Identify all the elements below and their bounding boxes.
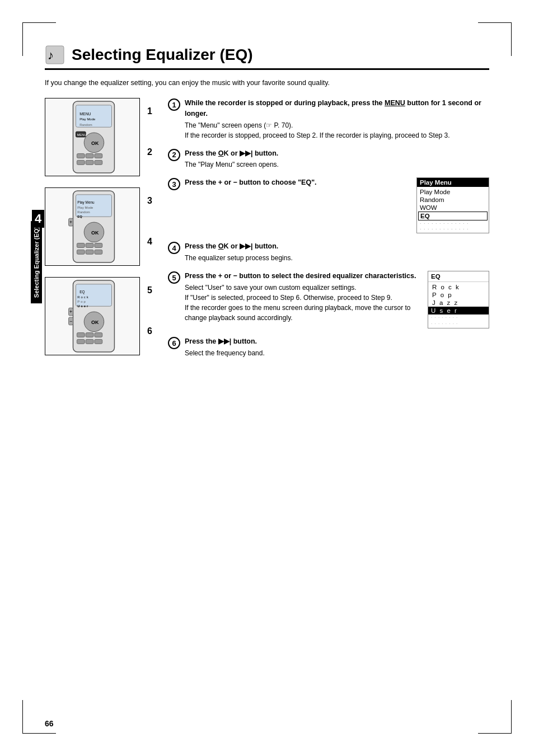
title-section: ♪ Selecting Equalizer (EQ) (45, 45, 489, 70)
main-content: ♪ Selecting Equalizer (EQ) If you change… (45, 45, 489, 711)
step-5-inline-content: Press the + or − button to select the de… (185, 271, 416, 323)
svg-text:Rock: Rock (77, 295, 89, 299)
device-image-1: MENU Play Mode Random OK (45, 98, 140, 176)
step-num-3: 3 (147, 196, 152, 206)
step-6-content: Press the ▶▶| button. Select the frequen… (185, 336, 489, 358)
step-3-title: Press the + or − button to choose "EQ". (185, 177, 405, 188)
svg-rect-10 (77, 160, 85, 165)
content-area: MENU Play Mode Random OK (45, 98, 489, 366)
step-4-desc: The equalizer setup process begins. (185, 253, 489, 263)
play-menu-dots: · · · · · · · · · · · · · (420, 220, 486, 226)
chapter-tab-text: Selecting Equalizer (EQ) (33, 227, 40, 298)
step-2-content: Press the OK or ▶▶| button. The "Play Me… (185, 148, 489, 170)
svg-text:EQ: EQ (77, 215, 82, 218)
svg-text:MENU: MENU (79, 112, 91, 116)
svg-text:User: User (77, 304, 89, 308)
play-menu-item-wow: WOW (420, 204, 486, 212)
step-num-2: 2 (147, 147, 152, 157)
svg-text:OK: OK (91, 230, 99, 236)
step-6-title: Press the ▶▶| button. (185, 336, 489, 347)
chapter-number: 4 (32, 210, 44, 228)
step-5-title: Press the + or − button to select the de… (185, 271, 416, 281)
step-1: 1 While the recorder is stopped or durin… (168, 98, 489, 140)
eq-box-items: R o c k P o p J a z z U s e r · · · · · … (428, 282, 489, 328)
svg-rect-32 (95, 250, 102, 254)
step-6-desc: Select the frequency band. (185, 348, 489, 358)
page-title: Selecting Equalizer (EQ) (72, 46, 253, 64)
step-6-circle: 6 (168, 337, 180, 349)
play-menu-items: Play Mode Random WOW EQ · · · · · · · · … (417, 187, 489, 233)
device-group-3: EQ Rock Pop User + − OK (45, 277, 140, 356)
eq-item-rock: R o c k (431, 283, 486, 291)
svg-rect-46 (77, 339, 85, 344)
eq-box-dots-2: · · · · · · · · (431, 321, 486, 327)
step-3-inline: Press the + or − button to choose "EQ". … (185, 177, 489, 233)
play-menu-item-random: Random (420, 196, 486, 204)
step-1-content: While the recorder is stopped or during … (185, 98, 489, 140)
svg-text:+: + (69, 219, 72, 225)
step-5-desc: Select "User" to save your own custom eq… (185, 283, 416, 323)
eq-box: EQ R o c k P o p J a z z U s e r · · · ·… (428, 271, 489, 328)
svg-text:Random: Random (79, 123, 92, 126)
play-menu-dots-2: · · · · · · · · · · · · · (420, 226, 486, 232)
svg-rect-47 (86, 333, 93, 337)
device-group-2: Play Menu Play Mode Random EQ + OK (45, 187, 140, 267)
svg-text:MENU: MENU (77, 133, 86, 137)
svg-text:+: + (69, 309, 72, 314)
eq-item-pop: P o p (431, 291, 486, 299)
device-image-3: EQ Rock Pop User + − OK (45, 277, 140, 355)
svg-rect-48 (86, 339, 93, 344)
svg-text:Pop: Pop (77, 300, 86, 303)
step-6: 6 Press the ▶▶| button. Select the frequ… (168, 336, 489, 358)
play-menu-title: Play Menu (417, 178, 489, 187)
music-icon: ♪ (45, 45, 65, 65)
eq-box-dots: · · · · · · · · (431, 314, 486, 321)
svg-rect-31 (95, 243, 102, 248)
svg-rect-50 (95, 339, 102, 344)
step-5-content: Press the + or − button to select the de… (185, 271, 489, 328)
svg-rect-29 (86, 243, 93, 248)
svg-rect-11 (86, 154, 93, 158)
step-4-title: Press the OK or ▶▶| button. (185, 241, 489, 252)
svg-text:♪: ♪ (48, 48, 54, 62)
play-menu-item-eq: EQ (418, 212, 488, 220)
svg-rect-28 (77, 250, 85, 254)
step-5-circle: 5 (168, 271, 180, 284)
play-menu-item-playmode: Play Mode (420, 188, 486, 196)
chapter-tab: Selecting Equalizer (EQ) (31, 221, 42, 303)
instructions-column: 1 While the recorder is stopped or durin… (168, 98, 489, 366)
eq-item-jazz: J a z z (431, 299, 486, 307)
step-3-circle: 3 (168, 178, 180, 190)
step-2-circle: 2 (168, 149, 180, 161)
step-2-desc: The "Play Menu" screen opens. (185, 159, 489, 170)
step-1-desc: The "Menu" screen opens (☞ P. 70). If th… (185, 120, 489, 140)
svg-text:OK: OK (91, 320, 99, 325)
svg-rect-30 (86, 250, 93, 254)
page-subtitle: If you change the equalizer setting, you… (45, 79, 489, 87)
step-3: 3 Press the + or − button to choose "EQ"… (168, 177, 489, 233)
step-1-title: While the recorder is stopped or during … (185, 98, 489, 119)
svg-text:Play Mode: Play Mode (79, 118, 96, 121)
eq-box-title: EQ (428, 271, 489, 282)
svg-rect-45 (77, 333, 85, 337)
play-menu-box: Play Menu Play Mode Random WOW EQ · · · … (416, 177, 489, 233)
step-num-6: 6 (147, 326, 152, 336)
svg-rect-27 (77, 243, 85, 248)
step-2-title: Press the OK or ▶▶| button. (185, 148, 489, 159)
svg-rect-49 (95, 333, 102, 337)
device-group-1: MENU Play Mode Random OK (45, 98, 140, 177)
step-3-content: Press the + or − button to choose "EQ". … (185, 177, 489, 233)
step-5: 5 Press the + or − button to select the … (168, 271, 489, 328)
menu-key: MENU (385, 99, 405, 107)
svg-text:Random: Random (77, 210, 90, 214)
step-num-1: 1 (147, 106, 152, 116)
step-4: 4 Press the OK or ▶▶| button. The equali… (168, 241, 489, 263)
step-num-4: 4 (147, 237, 152, 247)
step-2: 2 Press the OK or ▶▶| button. The "Play … (168, 148, 489, 170)
svg-rect-13 (95, 154, 102, 158)
page-number: 66 (45, 719, 54, 728)
step-3-inline-content: Press the + or − button to choose "EQ". (185, 177, 405, 189)
device-images-column: MENU Play Mode Random OK (45, 98, 157, 366)
svg-text:EQ: EQ (79, 290, 85, 294)
svg-rect-9 (77, 154, 85, 158)
